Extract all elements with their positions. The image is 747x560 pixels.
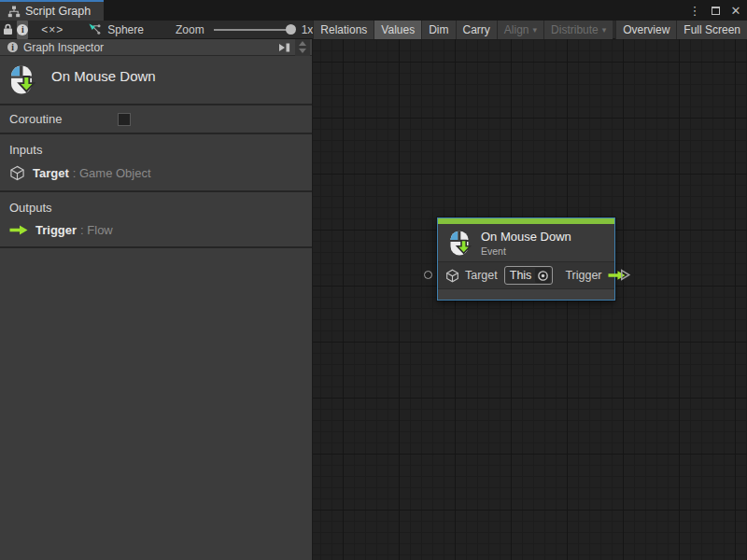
maximize-icon[interactable]: [708, 3, 723, 18]
dim-button[interactable]: Dim: [421, 21, 455, 39]
coroutine-row: Coroutine: [0, 105, 312, 133]
selected-unit-title: On Mouse Down: [51, 68, 156, 84]
full-screen-label: Full Screen: [684, 23, 740, 36]
node-header: On Mouse Down Event: [438, 224, 614, 261]
zoom-control: Zoom 1x: [176, 23, 313, 36]
flow-arrow-icon: [9, 224, 28, 236]
toolbar-buttons: Relations Values Dim Carry Align ▾ Distr…: [313, 21, 747, 39]
coroutine-checkbox[interactable]: [118, 113, 131, 126]
inspector-empty-area: [0, 248, 312, 560]
more-menu-icon[interactable]: ⋮: [687, 3, 702, 18]
output-type: : Flow: [80, 223, 113, 237]
zoom-label: Zoom: [176, 23, 204, 36]
align-label: Align: [504, 23, 529, 36]
titlebar: Script Graph ⋮ ✕: [0, 0, 747, 21]
graph-reference-label: Sphere: [107, 23, 144, 36]
values-button[interactable]: Values: [374, 21, 421, 39]
tab-script-graph[interactable]: Script Graph: [0, 0, 104, 21]
close-icon[interactable]: ✕: [728, 3, 743, 18]
cube-icon: [445, 269, 459, 283]
node-input-label: Target: [465, 269, 498, 282]
input-row-target: Target : Game Object: [9, 165, 312, 181]
overview-label: Overview: [623, 23, 669, 36]
mouse-down-icon: [447, 230, 472, 257]
chip-value-label: This: [510, 269, 532, 282]
outputs-section: Outputs Trigger : Flow: [0, 192, 312, 246]
graph-asset-icon: [88, 22, 102, 36]
tab-label: Script Graph: [25, 5, 91, 18]
mouse-down-icon: [7, 64, 35, 95]
selected-unit-header: On Mouse Down: [0, 56, 312, 104]
output-port[interactable]: [619, 268, 631, 285]
chevron-down-icon: [299, 49, 306, 53]
edit-graph-button[interactable]: <×>: [41, 21, 63, 39]
graph-canvas[interactable]: On Mouse Down Event Target This: [313, 39, 747, 560]
chevron-up-icon: [299, 41, 306, 46]
distribute-dropdown[interactable]: Distribute ▾: [543, 21, 613, 39]
node-footer: [438, 288, 614, 300]
lock-icon[interactable]: [3, 21, 13, 39]
align-dropdown[interactable]: Align ▾: [497, 21, 543, 39]
output-name: Trigger: [35, 223, 77, 237]
info-icon: i: [7, 42, 18, 52]
relations-button[interactable]: Relations: [313, 21, 374, 39]
overview-button[interactable]: Overview: [615, 21, 676, 39]
input-port[interactable]: [424, 271, 432, 279]
chevron-down-icon: ▾: [533, 25, 538, 35]
graph-inspector-panel: i Graph Inspector: [0, 39, 313, 560]
on-mouse-down-node[interactable]: On Mouse Down Event Target This: [437, 217, 615, 301]
hierarchy-icon: [7, 6, 21, 18]
inputs-section: Inputs Target : Game Object: [0, 134, 312, 190]
cube-icon: [9, 165, 25, 181]
node-title: On Mouse Down: [481, 230, 571, 244]
carry-label: Carry: [463, 23, 490, 36]
maximize-glyph: [712, 7, 720, 15]
relations-label: Relations: [320, 23, 367, 36]
window-controls: ⋮ ✕: [687, 0, 743, 21]
graph-toolbar: i <×> Sphere Zoom 1x Relations Values Di…: [0, 21, 747, 39]
node-port-row: Target This Trigger: [438, 261, 614, 288]
output-row-trigger: Trigger : Flow: [9, 223, 312, 237]
distribute-label: Distribute: [551, 23, 599, 36]
graph-reference-breadcrumb[interactable]: Sphere: [88, 22, 144, 36]
values-label: Values: [381, 23, 415, 36]
input-name: Target: [33, 166, 69, 180]
zoom-slider[interactable]: [214, 29, 294, 31]
node-output-label: Trigger: [565, 269, 601, 282]
coroutine-label: Coroutine: [9, 112, 62, 126]
self-target-icon: [535, 268, 550, 283]
node-subtitle: Event: [481, 245, 571, 257]
carry-button[interactable]: Carry: [456, 21, 497, 39]
code-icon: <×>: [41, 23, 63, 36]
target-value-chip[interactable]: This: [504, 266, 554, 285]
zoom-slider-thumb[interactable]: [286, 24, 296, 35]
info-icon: i: [17, 24, 28, 35]
graph-inspector-title: Graph Inspector: [23, 41, 277, 54]
inspector-toggle-button[interactable]: i: [17, 21, 28, 39]
full-screen-button[interactable]: Full Screen: [676, 21, 747, 39]
dim-label: Dim: [429, 23, 448, 36]
chevron-down-icon: ▾: [602, 25, 607, 35]
outputs-header: Outputs: [9, 201, 312, 215]
inputs-header: Inputs: [9, 143, 312, 157]
dock-panel-icon[interactable]: [277, 42, 291, 53]
zoom-value: 1x: [302, 23, 314, 36]
graph-inspector-header: i Graph Inspector: [0, 39, 312, 56]
input-type: : Game Object: [73, 166, 151, 180]
panel-spinner[interactable]: [295, 39, 310, 56]
